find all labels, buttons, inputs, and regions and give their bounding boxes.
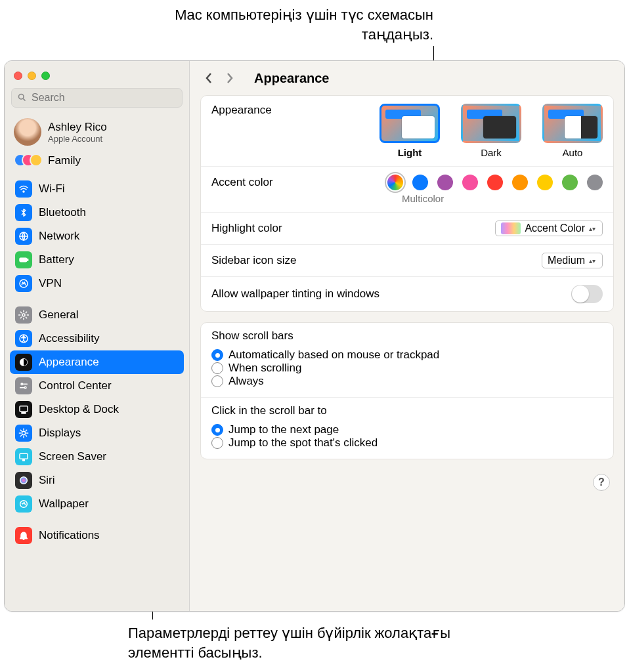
accent-graphite[interactable] — [587, 175, 603, 190]
scrollbars-option-2[interactable]: Always — [211, 375, 603, 388]
sidebar-item-label: Siri — [39, 474, 55, 487]
page-title: Appearance — [254, 71, 330, 86]
radio-icon — [211, 375, 223, 387]
svg-point-13 — [24, 387, 26, 388]
sidebar-item-appearance[interactable]: Appearance — [10, 350, 184, 374]
sidebar-item-displays[interactable]: Displays — [10, 421, 184, 445]
radio-icon — [211, 362, 223, 374]
accent-green[interactable] — [562, 175, 578, 190]
tint-toggle[interactable] — [571, 285, 603, 303]
wifi-icon — [15, 180, 32, 198]
acc-icon — [15, 330, 32, 347]
sidebar-icon-popup[interactable]: Medium ▴▾ — [542, 253, 603, 268]
back-button[interactable] — [200, 70, 217, 87]
siri-icon — [15, 472, 32, 489]
svg-rect-5 — [27, 259, 28, 261]
sidebar-list: Wi-FiBluetoothNetworkBatteryVPNGeneralAc… — [5, 177, 189, 611]
callout-bottom: Параметрлерді реттеу үшін бүйірлік жолақ… — [128, 623, 469, 662]
accent-yellow[interactable] — [537, 175, 553, 190]
sidebar-item-battery[interactable]: Battery — [10, 248, 184, 272]
sidebar-item-label: VPN — [39, 277, 62, 290]
toolbar: Appearance — [190, 61, 624, 95]
scrollbars-label: Always — [228, 375, 264, 388]
highlight-popup[interactable]: Accent Color ▴▾ — [495, 220, 603, 236]
accent-pink[interactable] — [462, 175, 478, 190]
search-input[interactable] — [11, 88, 183, 108]
label-click-scroll: Click in the scroll bar to — [211, 404, 603, 417]
svg-rect-4 — [20, 258, 27, 261]
sidebar-item-label: Appearance — [39, 356, 99, 369]
sidebar-item-screen-saver[interactable]: Screen Saver — [10, 445, 184, 469]
label-appearance: Appearance — [211, 104, 272, 117]
sidebar-item-label: General — [39, 308, 78, 322]
svg-point-17 — [22, 431, 25, 434]
sidebar-item-notifications[interactable]: Notifications — [10, 524, 184, 547]
help-button[interactable]: ? — [593, 474, 610, 491]
label-accent: Accent color — [211, 176, 273, 189]
section-appearance: Appearance LightDarkAuto Accent color Mu… — [200, 95, 614, 312]
sidebar-item-bluetooth[interactable]: Bluetooth — [10, 201, 184, 224]
sidebar-item-wifi[interactable]: Wi-Fi — [10, 177, 184, 201]
dock-icon — [15, 401, 32, 418]
sidebar-item-label: Wi-Fi — [39, 182, 65, 196]
appearance-options: LightDarkAuto — [380, 104, 603, 158]
click-scroll-label: Jump to the next page — [228, 423, 339, 436]
globe-icon — [15, 228, 32, 245]
sidebar-icon-value: Medium — [548, 255, 585, 266]
accent-blue[interactable] — [412, 175, 428, 190]
section-scroll: Show scroll bars Automatically based on … — [200, 322, 614, 459]
chevron-updown-icon: ▴▾ — [589, 226, 598, 231]
sidebar-family[interactable]: Family — [5, 150, 189, 177]
accent-colors — [387, 175, 603, 190]
sidebar-item-network[interactable]: Network — [10, 224, 184, 248]
scrollbars-option-1[interactable]: When scrolling — [211, 362, 603, 375]
sidebar-item-control-center[interactable]: Control Center — [10, 374, 184, 398]
minimize-button[interactable] — [28, 72, 36, 80]
svg-rect-16 — [22, 413, 26, 413]
sidebar-account[interactable]: Ashley Rico Apple Account — [5, 114, 189, 150]
radio-icon — [211, 437, 223, 449]
wall-icon — [15, 495, 32, 513]
forward-button[interactable] — [221, 70, 238, 87]
appearance-option-light[interactable]: Light — [380, 104, 440, 158]
svg-point-22 — [23, 538, 24, 539]
display-icon — [15, 425, 32, 442]
cc-icon — [15, 377, 32, 394]
click-scroll-option-1[interactable]: Jump to the spot that's clicked — [211, 436, 603, 450]
sidebar-item-siri[interactable]: Siri — [10, 469, 184, 492]
sidebar-item-label: Desktop & Dock — [39, 403, 119, 416]
appearance-option-label: Auto — [563, 147, 583, 158]
svg-point-7 — [22, 314, 25, 316]
sidebar-item-vpn[interactable]: VPN — [10, 272, 184, 295]
label-tint: Allow wallpaper tinting in windows — [211, 287, 380, 301]
click-scroll-option-0[interactable]: Jump to the next page — [211, 423, 603, 436]
sidebar-item-label: Displays — [39, 427, 81, 440]
close-button[interactable] — [14, 72, 22, 80]
scrollbars-label: When scrolling — [228, 362, 302, 375]
appearance-option-dark[interactable]: Dark — [461, 104, 521, 158]
appearance-option-auto[interactable]: Auto — [542, 104, 603, 158]
label-highlight: Highlight color — [211, 222, 282, 235]
click-scroll-label: Jump to the spot that's clicked — [228, 436, 378, 450]
sidebar-item-general[interactable]: General — [10, 303, 184, 327]
main-panel: Appearance Appearance LightDarkAuto Acce… — [190, 61, 624, 611]
accent-multicolor[interactable] — [387, 175, 403, 190]
window-controls — [5, 65, 189, 85]
accent-orange[interactable] — [512, 175, 528, 190]
highlight-value: Accent Color — [525, 222, 585, 234]
vpn-icon — [15, 275, 32, 292]
zoom-button[interactable] — [41, 72, 50, 80]
sidebar-item-label: Notifications — [39, 529, 100, 542]
svg-line-1 — [23, 98, 25, 100]
sidebar-item-label: Screen Saver — [39, 450, 106, 463]
sidebar-item-wallpaper[interactable]: Wallpaper — [10, 492, 184, 516]
sidebar-item-accessibility[interactable]: Accessibility — [10, 327, 184, 350]
accent-red[interactable] — [487, 175, 503, 190]
gear-icon — [15, 306, 32, 324]
svg-point-21 — [20, 501, 28, 508]
sidebar-item-desktop-dock[interactable]: Desktop & Dock — [10, 398, 184, 421]
account-sub: Apple Account — [48, 134, 107, 144]
scrollbars-option-0[interactable]: Automatically based on mouse or trackpad — [211, 348, 603, 362]
accent-purple[interactable] — [437, 175, 453, 190]
sidebar-item-label: Accessibility — [39, 332, 100, 345]
